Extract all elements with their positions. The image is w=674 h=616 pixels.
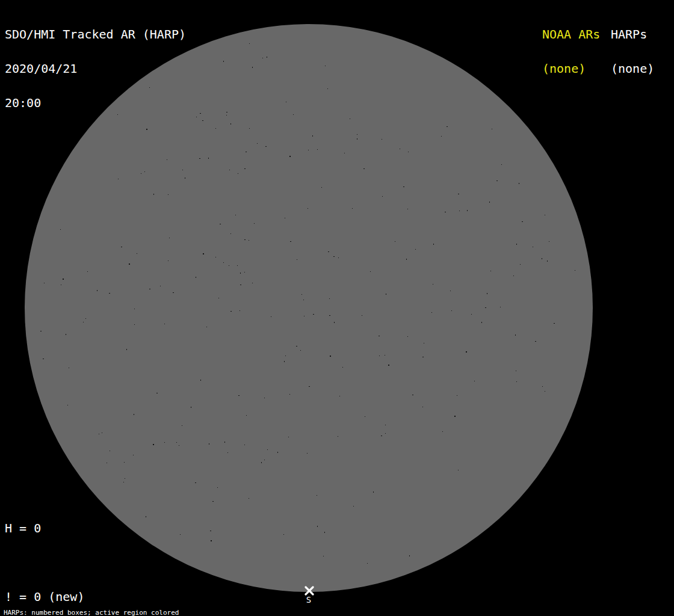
south-pole-cross-icon bbox=[304, 586, 315, 596]
noaa-ars-value: (none) bbox=[542, 63, 600, 75]
harps-label: HARPs bbox=[611, 29, 654, 40]
header: SDO/HMI Tracked AR (HARP) 2020/04/21 20:… bbox=[5, 6, 186, 132]
harp-tracker-frame: SDO/HMI Tracked AR (HARP) 2020/04/21 20:… bbox=[0, 0, 674, 616]
legend-spacer bbox=[5, 557, 143, 568]
legend-harp-count: H = 0 bbox=[5, 523, 143, 534]
app-title: SDO/HMI Tracked AR (HARP) bbox=[5, 29, 186, 40]
harps-panel: HARPs (none) bbox=[611, 6, 654, 97]
noaa-ars-panel: NOAA ARs (none) bbox=[542, 6, 600, 97]
time-label: 20:00 bbox=[5, 97, 186, 109]
footnotes: HARPs: numbered boxes; active region col… bbox=[4, 595, 235, 616]
noaa-ars-label: NOAA ARs bbox=[542, 29, 600, 40]
date-label: 2020/04/21 bbox=[5, 63, 186, 75]
harps-value: (none) bbox=[611, 63, 654, 75]
footnote-harps: HARPs: numbered boxes; active region col… bbox=[4, 609, 235, 616]
south-pole-label: S bbox=[301, 596, 316, 604]
